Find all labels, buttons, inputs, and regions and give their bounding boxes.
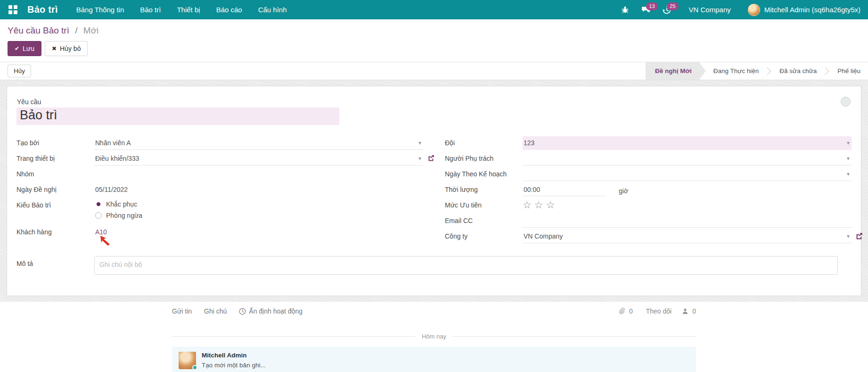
- followers-count[interactable]: 0: [692, 307, 696, 315]
- request-date-value: 05/11/2022: [95, 186, 128, 193]
- chevron-down-icon[interactable]: ▾: [418, 140, 421, 146]
- breadcrumb-separator: /: [75, 25, 77, 35]
- scheduled-date-label: Ngày Theo Kế hoạch: [445, 167, 523, 178]
- email-cc-field[interactable]: [523, 214, 852, 228]
- messages-icon[interactable]: 13: [637, 2, 655, 17]
- customer-value-link[interactable]: A10: [95, 228, 107, 236]
- category-field[interactable]: [94, 167, 423, 181]
- duration-input[interactable]: [523, 183, 606, 196]
- customer-label: Khách hàng: [16, 225, 94, 236]
- chatter-message: Mitchell Admin Tạo mới một bản ghi...: [172, 347, 696, 372]
- equipment-field[interactable]: Điều khiển/333 ▾: [94, 152, 423, 165]
- user-icon: [682, 308, 688, 314]
- left-column: Tạo bởi Nhân viên A ▾ Trang thiết bị Điề…: [16, 136, 423, 245]
- paperclip-icon[interactable]: [618, 307, 625, 315]
- main-menu: Bảng Thông tin Bảo trì Thiết bị Báo cáo …: [70, 1, 293, 18]
- discard-button[interactable]: ✖ Hủy bỏ: [45, 41, 88, 56]
- field-row-email-cc: Email CC: [445, 214, 852, 230]
- team-field[interactable]: 123 ▾: [523, 136, 852, 150]
- customer-field[interactable]: A10: [94, 225, 423, 239]
- chevron-down-icon[interactable]: ▾: [847, 140, 850, 146]
- stage-repaired[interactable]: Đã sửa chữa: [772, 62, 824, 80]
- maintenance-type-field: Khắc phục Phòng ngừa: [94, 198, 423, 225]
- menu-reporting[interactable]: Báo cáo: [210, 1, 248, 18]
- company-switcher[interactable]: VN Company: [679, 6, 738, 14]
- priority-star-icon[interactable]: ☆: [523, 200, 532, 210]
- cancel-button[interactable]: Hủy: [8, 65, 31, 77]
- equipment-label: Trang thiết bị: [16, 152, 94, 162]
- menu-configuration[interactable]: Cấu hình: [252, 1, 293, 18]
- equipment-value: Điều khiển/333: [95, 155, 139, 162]
- field-row-duration: Thời lượng giờ: [445, 183, 852, 198]
- app-title[interactable]: Bảo trì: [27, 4, 58, 15]
- debug-bug-icon[interactable]: [616, 2, 634, 17]
- save-button[interactable]: ✔ Lưu: [8, 41, 41, 56]
- description-label: Mô tả: [16, 256, 94, 275]
- activities-icon[interactable]: 25: [658, 2, 676, 18]
- field-row-responsible: Người Phụ trách ▾: [445, 152, 852, 167]
- message-author[interactable]: Mitchell Admin: [202, 352, 266, 359]
- save-button-label: Lưu: [23, 45, 34, 52]
- stage-scrap[interactable]: Phế liệu: [830, 62, 868, 80]
- duration-label: Thời lượng: [445, 183, 523, 193]
- chevron-down-icon[interactable]: ▾: [847, 171, 850, 177]
- menu-maintenance[interactable]: Bảo trì: [134, 1, 167, 18]
- apps-menu-icon[interactable]: [5, 2, 21, 18]
- field-row-maintenance-type: Kiểu Bảo trì Khắc phục Phòng ngừa: [16, 198, 423, 225]
- schedule-activity-button[interactable]: Ấn định hoạt động: [239, 307, 303, 315]
- user-name: Mitchell Admin (sq6ha26gty5x): [764, 6, 860, 14]
- radio-unselected-icon[interactable]: [95, 212, 102, 219]
- created-by-field[interactable]: Nhân viên A ▾: [94, 136, 423, 150]
- check-icon: ✔: [15, 45, 19, 52]
- breadcrumb-parent[interactable]: Yêu cầu Bảo trì: [8, 25, 69, 35]
- stage-in-progress[interactable]: Đang Thực hiện: [706, 62, 767, 80]
- request-date-field[interactable]: 05/11/2022: [94, 183, 423, 197]
- field-row-scheduled-date: Ngày Theo Kế hoạch ▾: [445, 167, 852, 183]
- title-field-label: Yêu cầu: [17, 98, 41, 106]
- priority-star-icon[interactable]: ☆: [534, 200, 543, 210]
- priority-field: ☆ ☆ ☆: [523, 198, 555, 210]
- chatter: Gửi tin Ghi chú Ấn định hoạt động 0 Theo…: [0, 302, 868, 372]
- form-view-background: Yêu cầu Tạo bởi Nhân viên A ▾ Trang thiế…: [0, 80, 868, 302]
- external-link-icon[interactable]: [856, 232, 863, 240]
- activities-badge: 25: [667, 2, 678, 10]
- radio-selected-icon[interactable]: [95, 201, 102, 207]
- request-title-input[interactable]: [16, 107, 339, 125]
- radio-preventive[interactable]: Phòng ngừa: [95, 212, 422, 219]
- stage-pipeline: Đề nghị Mới Đang Thực hiện Đã sửa chữa P…: [646, 62, 868, 80]
- stage-new-request[interactable]: Đề nghị Mới: [646, 62, 706, 80]
- chevron-down-icon[interactable]: ▾: [418, 155, 421, 162]
- log-note-button[interactable]: Ghi chú: [204, 307, 227, 315]
- clock-icon: [239, 308, 246, 315]
- company-field[interactable]: VN Company ▾: [523, 230, 852, 243]
- responsible-field[interactable]: ▾: [523, 152, 852, 165]
- request-date-label: Ngày Đề nghị: [16, 183, 94, 193]
- field-row-category: Nhóm: [16, 167, 423, 183]
- online-status-icon: [192, 365, 197, 370]
- attachment-count[interactable]: 0: [629, 307, 633, 315]
- top-navbar: Bảo trì Bảng Thông tin Bảo trì Thiết bị …: [0, 0, 868, 19]
- scheduled-date-field[interactable]: ▾: [523, 167, 852, 181]
- send-message-button[interactable]: Gửi tin: [172, 307, 192, 315]
- field-row-customer: Khách hàng A10: [16, 225, 423, 241]
- external-link-icon[interactable]: [428, 155, 434, 161]
- priority-star-icon[interactable]: ☆: [546, 200, 555, 210]
- duration-uom: giờ: [619, 184, 628, 195]
- radio-corrective[interactable]: Khắc phục: [95, 200, 422, 208]
- schedule-activity-label: Ấn định hoạt động: [249, 307, 303, 315]
- field-row-company: Công ty VN Company ▾: [445, 230, 852, 245]
- menu-equipment[interactable]: Thiết bị: [171, 1, 206, 18]
- field-row-created-by: Tạo bởi Nhân viên A ▾: [16, 136, 423, 152]
- chevron-down-icon[interactable]: ▾: [847, 155, 850, 162]
- description-textarea[interactable]: [94, 256, 838, 275]
- user-avatar: [748, 4, 760, 16]
- kanban-state-circle[interactable]: [841, 97, 851, 107]
- chevron-down-icon[interactable]: ▾: [847, 233, 850, 240]
- team-label: Đội: [445, 136, 523, 147]
- field-row-equipment: Trang thiết bị Điều khiển/333 ▾: [16, 152, 423, 167]
- duration-field-wrap: giờ: [523, 183, 628, 196]
- user-menu[interactable]: Mitchell Admin (sq6ha26gty5x): [741, 4, 860, 16]
- follow-button[interactable]: Theo dõi: [646, 307, 671, 315]
- bug-icon: [621, 6, 629, 14]
- menu-dashboard[interactable]: Bảng Thông tin: [70, 1, 130, 18]
